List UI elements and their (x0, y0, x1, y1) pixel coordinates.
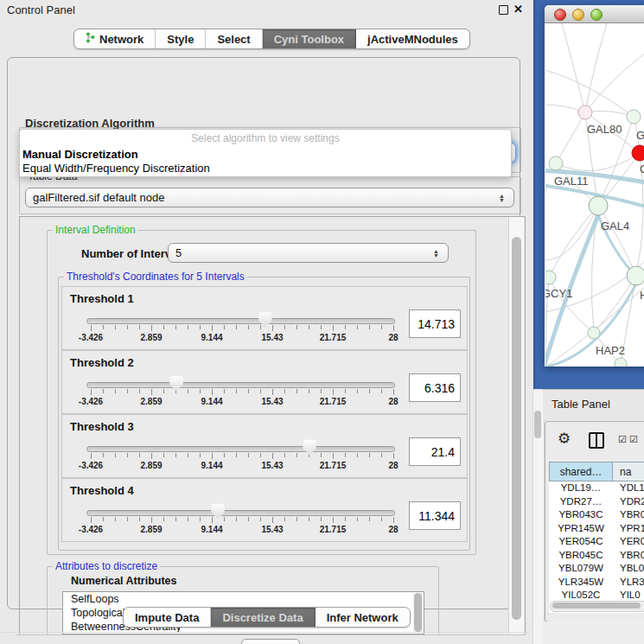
vertical-scrollbar[interactable] (508, 217, 524, 634)
table-row[interactable]: YBR045CYBR0 (549, 549, 644, 563)
threshold-slider-thumb[interactable] (169, 375, 183, 392)
network-node[interactable] (589, 196, 608, 215)
table-horizontal-scrollbar-thumb[interactable] (552, 603, 641, 609)
apply-button[interactable]: Apply (241, 639, 300, 644)
slider-tick (103, 325, 104, 329)
tab-jactivemnodules[interactable]: jActiveMNodules (356, 29, 469, 48)
table-horizontal-scrollbar[interactable] (550, 601, 644, 612)
slider-tick (284, 325, 285, 329)
slider-tick (103, 517, 104, 521)
slider-tick (115, 517, 116, 521)
tab-network[interactable]: Network (74, 29, 156, 48)
slider-tick-label: 9.144 (186, 333, 238, 342)
threshold-value-field[interactable]: 6.316 (409, 373, 461, 402)
threshold-panel: Threshold 1-3.4262.8599.14415.4321.71528… (61, 286, 468, 350)
table-column-header[interactable]: na (613, 462, 644, 481)
network-node[interactable] (627, 110, 641, 124)
network-edge[interactable] (556, 153, 640, 171)
list-scrollbar[interactable] (413, 593, 423, 632)
slider-tick-label: 15.43 (246, 333, 298, 342)
zoom-traffic-light-icon[interactable] (590, 9, 603, 21)
threshold-slider-track[interactable] (86, 382, 395, 388)
slider-tick (127, 453, 128, 457)
slider-tick (321, 389, 322, 393)
slider-tick (188, 389, 188, 393)
network-node[interactable] (615, 358, 627, 367)
tab-cyni-toolbox[interactable]: Cyni Toolbox (263, 29, 356, 48)
table-cell: YER0 (613, 535, 644, 549)
table-row[interactable]: YDL19…YDL1 (549, 481, 644, 495)
network-edge[interactable] (556, 112, 585, 163)
slider-tick (296, 517, 297, 521)
dropdown-option[interactable]: Manual Discretization (22, 148, 507, 161)
threshold-value-field[interactable]: 11.344 (409, 501, 461, 530)
network-node[interactable] (549, 156, 563, 170)
network-edge[interactable] (562, 23, 585, 112)
slider-tick (393, 389, 394, 395)
cytoscape-desktop: GAL80GACGAL11GAL4GCY1HHAP2 (533, 0, 644, 389)
slider-tick (188, 453, 188, 457)
attribute-list-item[interactable]: SelfLoops (63, 592, 424, 606)
slider-tick-label: -3.426 (65, 461, 117, 470)
table-cell: YBR0 (613, 508, 644, 522)
slider-tick (309, 325, 309, 329)
table-row[interactable]: YPR145WYPR1 (549, 522, 644, 536)
threshold-slider-track[interactable] (86, 446, 395, 452)
table-row[interactable]: YBR043CYBR0 (549, 508, 644, 522)
table-cell: YDL19… (549, 481, 613, 495)
table-row[interactable]: YBL079WYBL0 (549, 562, 644, 576)
table-cell: YPR1 (613, 522, 644, 536)
network-node[interactable] (545, 271, 556, 284)
tab-infer-network[interactable]: Infer Network (316, 608, 410, 627)
numerical-attributes-label: Numerical Attributes (71, 575, 176, 587)
threshold-slider-thumb[interactable] (303, 439, 316, 456)
list-scrollbar-thumb[interactable] (414, 593, 422, 632)
tab-style[interactable]: Style (156, 29, 206, 48)
network-node[interactable] (632, 145, 644, 161)
tab-discretize-data[interactable]: Discretize Data (211, 608, 315, 627)
threshold-slider-track[interactable] (86, 510, 395, 516)
panel-divider-scrollbar-thumb[interactable] (534, 411, 541, 438)
dropdown-option[interactable]: Equal Width/Frequency Discretization (22, 162, 507, 175)
select-all-checkbox-icon[interactable]: ☑ (618, 434, 627, 445)
threshold-value-field[interactable]: 21.4 (409, 437, 461, 466)
slider-tick-label: 21.715 (307, 397, 359, 406)
number-of-intervals-combobox[interactable]: 5 ▲▼ (168, 243, 449, 263)
network-node[interactable] (588, 327, 600, 339)
close-traffic-light-icon[interactable] (554, 9, 566, 21)
slider-tick (357, 453, 358, 457)
slider-tick-label: -3.426 (65, 333, 117, 342)
table-data-combobox[interactable]: galFiltered.sif default node ▲▼ (25, 188, 514, 207)
slider-tick (103, 453, 104, 457)
tab-label: Impute Data (135, 611, 199, 624)
table-row[interactable]: YDR27…YDR2 (549, 495, 644, 509)
table-row[interactable]: YER054CYER0 (549, 535, 644, 549)
cyni-toolbox-panel: Discretization Algorithm ▲▼ Select algor… (7, 57, 520, 609)
float-window-icon[interactable] (499, 5, 508, 15)
close-icon[interactable]: ✕ (513, 3, 523, 16)
vertical-scrollbar-thumb[interactable] (512, 237, 521, 620)
gear-icon[interactable]: ⚙ (558, 431, 571, 446)
table-cell: YBR045C (549, 549, 613, 563)
table-cell: YLR345W (549, 576, 613, 590)
network-canvas[interactable]: GAL80GACGAL11GAL4GCY1HHAP2 (545, 23, 644, 367)
table-column-header[interactable]: shared… (549, 462, 613, 481)
slider-tick (236, 389, 237, 393)
network-window-titlebar[interactable] (545, 5, 644, 23)
network-edge[interactable] (598, 206, 636, 276)
slider-tick (175, 453, 176, 457)
tab-impute-data[interactable]: Impute Data (124, 608, 211, 627)
network-edge[interactable] (549, 206, 598, 277)
threshold-slider-thumb[interactable] (211, 503, 225, 520)
table-row[interactable]: YLR345WYLR3 (549, 576, 644, 590)
threshold-value-field[interactable]: 14.713 (409, 309, 461, 338)
tab-select[interactable]: Select (206, 29, 262, 48)
select-column-checkbox-icon[interactable]: ☑ (629, 434, 638, 445)
network-node[interactable] (578, 105, 592, 119)
panel-divider-scrollbar[interactable] (532, 391, 545, 644)
minimize-traffic-light-icon[interactable] (572, 9, 584, 21)
column-split-icon[interactable] (589, 432, 604, 449)
network-node[interactable] (627, 266, 644, 285)
threshold-slider-track[interactable] (86, 318, 395, 324)
slider-tick-label: 9.144 (186, 525, 238, 534)
